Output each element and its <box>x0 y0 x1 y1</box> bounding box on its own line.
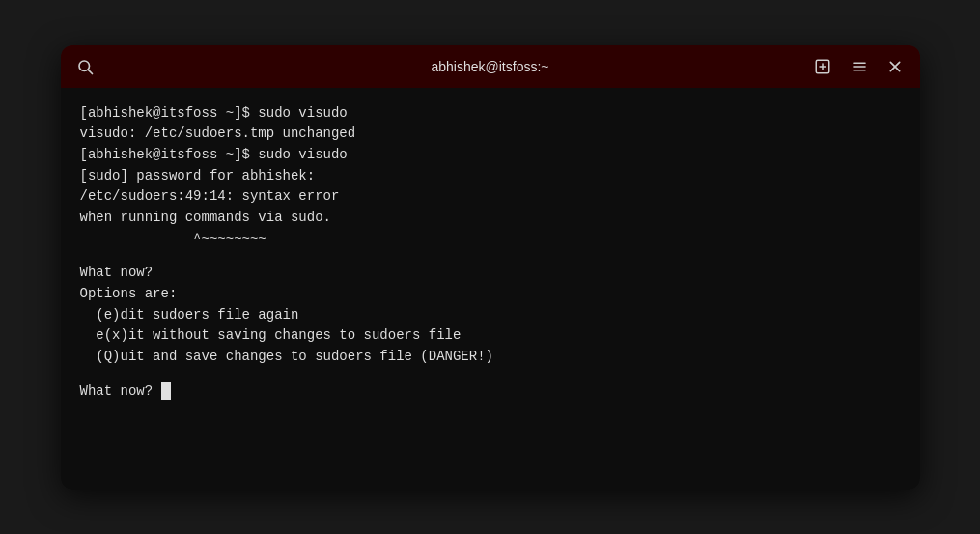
new-tab-button[interactable] <box>808 54 837 79</box>
terminal-line: [abhishek@itsfoss ~]$ sudo visudo <box>80 103 901 125</box>
titlebar-controls <box>808 54 909 79</box>
terminal-body[interactable]: [abhishek@itsfoss ~]$ sudo visudo visudo… <box>61 88 920 490</box>
terminal-line: Options are: <box>80 284 901 305</box>
terminal-line: What now? <box>80 263 901 284</box>
titlebar: abhishek@itsfoss:~ <box>61 45 920 88</box>
terminal-line: when running commands via sudo. <box>80 208 901 229</box>
terminal-line: (e)dit sudoers file again <box>80 305 901 326</box>
search-button[interactable] <box>72 54 98 79</box>
titlebar-left <box>72 54 98 79</box>
svg-line-1 <box>88 70 92 73</box>
terminal-line: ^~~~~~~~~ <box>80 229 901 250</box>
terminal-line: visudo: /etc/sudoers.tmp unchanged <box>80 124 901 145</box>
close-button[interactable] <box>882 55 909 78</box>
terminal-window: abhishek@itsfoss:~ <box>61 45 920 490</box>
terminal-line: /etc/sudoers:49:14: syntax error <box>80 186 901 208</box>
spacer <box>80 249 901 263</box>
menu-button[interactable] <box>845 54 874 79</box>
terminal-prompt-line: What now? <box>80 381 901 403</box>
terminal-line: [abhishek@itsfoss ~]$ sudo visudo <box>80 145 901 166</box>
terminal-line: [sudo] password for abhishek: <box>80 166 901 187</box>
terminal-line: e(x)it without saving changes to sudoers… <box>80 325 901 347</box>
spacer <box>80 368 901 381</box>
terminal-cursor <box>161 382 171 400</box>
window-title: abhishek@itsfoss:~ <box>432 59 549 74</box>
terminal-line: (Q)uit and save changes to sudoers file … <box>80 347 901 368</box>
